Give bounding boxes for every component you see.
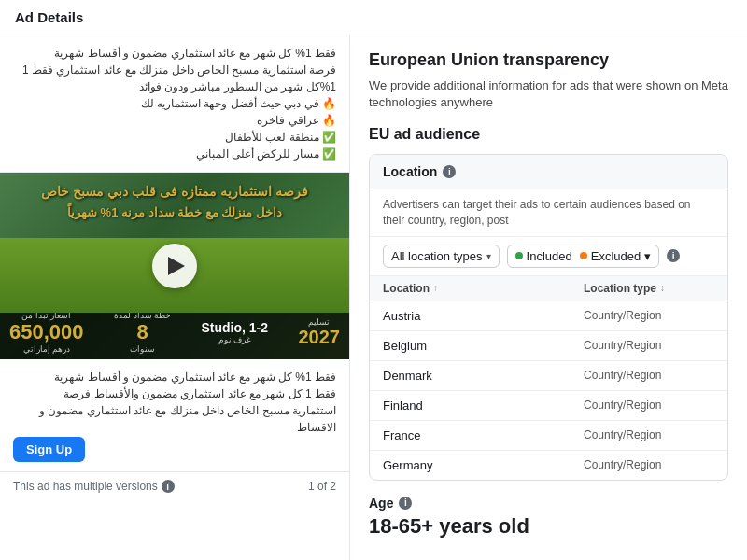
page-title: Ad Details xyxy=(15,9,83,25)
ad-text-line-5: 🔥 عراقي فاخره xyxy=(13,112,336,129)
age-value: 18-65+ years old xyxy=(369,514,728,539)
chevron-down-icon-2: ▾ xyxy=(644,249,651,263)
price-item: اسعار تبدأ من 650,000 درهم إماراتي xyxy=(9,311,84,354)
info-icon[interactable]: i xyxy=(162,480,175,493)
eu-transparency-desc: We provide additional information for ad… xyxy=(369,77,728,111)
eu-transparency-title: European Union transparency xyxy=(369,50,728,70)
location-title: Location xyxy=(383,164,437,179)
footer-text: This ad has multiple versions xyxy=(13,480,158,493)
row-location: Austria xyxy=(383,309,584,323)
sort-type-icon[interactable]: ↕ xyxy=(660,283,665,293)
studio-sublabel: غرف نوم xyxy=(201,335,268,344)
age-info-icon[interactable]: i xyxy=(399,497,412,510)
ad-text-line-3: %1كل شهر من السطور مباشر ودون فوائد xyxy=(13,78,336,95)
excluded-label: Excluded xyxy=(591,249,641,263)
delivery-value: 2027 xyxy=(299,327,341,348)
table-row: Austria Country/Region xyxy=(370,301,727,331)
row-type: Country/Region xyxy=(584,369,714,382)
ad-overlay-text-1: فرصه استثماريه ممتازه فى قلب دبي مسبح خا… xyxy=(7,182,342,202)
row-location: Finland xyxy=(383,399,584,413)
ad-image: فرصه استثماريه ممتازه فى قلب دبي مسبح خا… xyxy=(0,173,349,359)
excluded-dot xyxy=(580,252,587,259)
age-label: Age xyxy=(369,496,393,511)
currency-label: درهم إماراتي xyxy=(9,344,84,354)
table-row: France Country/Region xyxy=(370,421,727,451)
ad-bottom-bar: تسليم 2027 Studio, 1-2 غرف نوم خطة سداد … xyxy=(0,305,349,359)
row-location: Germany xyxy=(383,458,584,472)
eu-audience-title: EU ad audience xyxy=(369,126,728,143)
table-row: Belgium Country/Region xyxy=(370,331,727,361)
table-row: Finland Country/Region xyxy=(370,391,727,421)
plan-unit: سنوات xyxy=(114,344,171,354)
location-info-icon[interactable]: i xyxy=(443,165,456,178)
ad-text-line-6: ✅ منطقة لعب للأطفال xyxy=(13,129,336,146)
dropdown-label: All location types xyxy=(391,249,483,263)
chevron-down-icon: ▾ xyxy=(486,251,491,261)
col-location-label: Location xyxy=(383,282,430,295)
ad-text-line-1: فقط 1% كل شهر مع عائد استثماري مضمون و أ… xyxy=(13,45,336,62)
page-header: Ad Details xyxy=(0,0,747,35)
included-excluded-dropdown[interactable]: Included Excluded ▾ xyxy=(507,245,660,268)
left-panel: فقط 1% كل شهر مع عائد استثماري مضمون و أ… xyxy=(0,35,350,560)
row-type: Country/Region xyxy=(584,309,714,322)
plan-item: خطة سداد لمدة 8 سنوات xyxy=(114,311,171,354)
age-title: Age i xyxy=(369,496,728,511)
signup-text-2: فقط 1 كل شهر مع عائد استثماري مضمون والأ… xyxy=(13,385,336,402)
delivery-label: تسليم xyxy=(299,317,341,327)
row-type: Country/Region xyxy=(584,428,714,441)
studio-item: Studio, 1-2 غرف نوم xyxy=(201,320,268,344)
price-value: 650,000 xyxy=(9,320,84,344)
table-header: Location ↑ Location type ↕ xyxy=(370,276,727,301)
row-location: Denmark xyxy=(383,369,584,383)
ad-signup-block: فقط 1% كل شهر مع عائد استثماري مضمون و أ… xyxy=(0,359,349,472)
table-row: Germany Country/Region xyxy=(370,451,727,480)
location-box: Location i Advertisers can target their … xyxy=(369,154,728,481)
ad-overlay-text-2: داخل منزلك مع خطة سداد مرنه 1% شهرياً xyxy=(7,203,342,222)
play-icon xyxy=(168,257,185,275)
ad-text-line-7: ✅ مسار للركض أعلى المباني xyxy=(13,146,336,162)
col-type-label: Location type xyxy=(584,282,656,295)
right-panel: European Union transparency We provide a… xyxy=(350,35,747,560)
included-dot xyxy=(515,252,523,259)
row-type: Country/Region xyxy=(584,339,714,352)
signup-button[interactable]: Sign Up xyxy=(13,437,85,462)
location-table-body: Austria Country/Region Belgium Country/R… xyxy=(370,301,727,480)
row-location: Belgium xyxy=(383,339,584,353)
location-filters: All location types ▾ Included Excluded ▾… xyxy=(370,237,727,276)
sort-location-icon[interactable]: ↑ xyxy=(433,283,438,293)
location-desc: Advertisers can target their ads to cert… xyxy=(370,189,727,237)
signup-text-1: فقط 1% كل شهر مع عائد استثماري مضمون و أ… xyxy=(13,369,336,385)
age-section: Age i 18-65+ years old xyxy=(369,496,728,539)
location-type-dropdown[interactable]: All location types ▾ xyxy=(383,245,500,268)
ad-text-block: فقط 1% كل شهر مع عائد استثماري مضمون و أ… xyxy=(0,35,349,173)
row-type: Country/Region xyxy=(584,399,714,412)
delivery-item: تسليم 2027 xyxy=(299,317,341,348)
ad-text-line-4: 🔥 في دبي حيث أفضل وجهة استثماريه لك xyxy=(13,95,336,112)
filter-info-icon[interactable]: i xyxy=(667,249,680,262)
included-label: Included xyxy=(527,249,572,263)
plan-value: 8 xyxy=(114,320,171,344)
row-type: Country/Region xyxy=(584,458,714,471)
ad-text-line-2: فرصة استثمارية مسبح الخاص داخل منزلك مع … xyxy=(13,62,336,78)
row-location: France xyxy=(383,428,584,442)
location-header: Location i xyxy=(370,155,727,189)
studio-label: Studio, 1-2 غرف نوم xyxy=(201,320,268,344)
page-indicator: 1 of 2 xyxy=(308,480,336,493)
table-row: Denmark Country/Region xyxy=(370,361,727,391)
ad-footer: This ad has multiple versions i 1 of 2 xyxy=(0,472,349,500)
signup-text-3: استثمارية مسبح الخاص داخل منزلك مع عائد … xyxy=(13,402,336,436)
play-button[interactable] xyxy=(152,244,197,288)
